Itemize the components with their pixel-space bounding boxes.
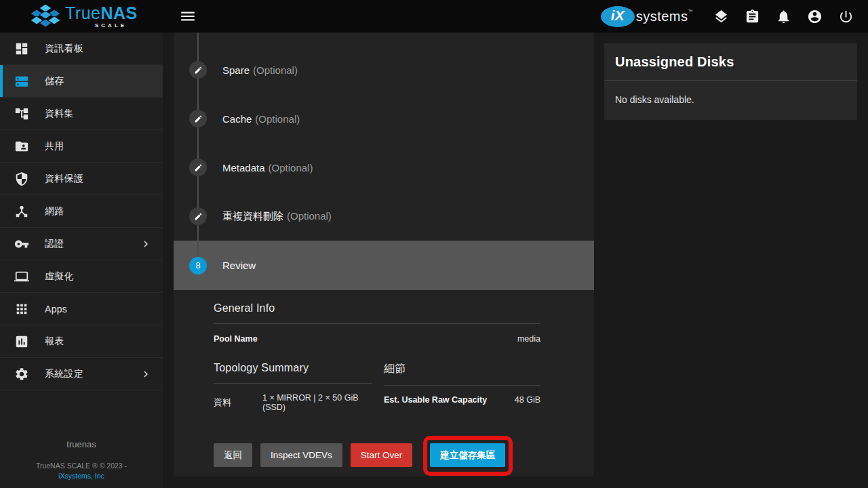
pool-name-value: media xyxy=(517,334,540,344)
details-title: 細節 xyxy=(384,362,540,376)
truecommand-icon[interactable] xyxy=(707,3,734,30)
inspect-vdevs-button[interactable]: Inspect VDEVs xyxy=(260,443,342,467)
sidebar-item-label: 報表 xyxy=(45,336,64,348)
data-vdev-value: 1 × MIRROR | 2 × 50 GiB (SSD) xyxy=(262,393,372,412)
topology-summary-title: Topology Summary xyxy=(214,362,372,374)
step-label: Cache(Optional) xyxy=(222,113,300,125)
sidebar-item-label: 資料集 xyxy=(45,108,74,120)
sidebar-item-storage[interactable]: 儲存 xyxy=(0,65,163,98)
edit-pencil-icon xyxy=(189,61,207,79)
divider xyxy=(214,383,372,384)
unassigned-disks-title: Unassigned Disks xyxy=(615,54,734,69)
step-label: Review xyxy=(222,260,256,271)
edit-pencil-icon xyxy=(189,159,207,176)
capacity-value: 48 GiB xyxy=(515,395,540,405)
shares-folder-icon xyxy=(14,138,30,155)
ixsystems-link[interactable]: iXsystems, Inc xyxy=(0,472,163,480)
network-icon xyxy=(14,203,30,220)
sidebar-item-reporting[interactable]: 報表 xyxy=(0,325,163,358)
pool-name-label: Pool Name xyxy=(214,334,258,344)
main-content: Spare(Optional) Cache(Optional) Metadata… xyxy=(163,33,868,488)
hostname: truenas xyxy=(0,439,163,449)
sidebar-item-label: 資料保護 xyxy=(45,173,83,185)
sidebar-item-label: 系統設定 xyxy=(45,368,83,380)
edit-pencil-icon xyxy=(189,110,207,127)
sidebar-item-virtualization[interactable]: 虛擬化 xyxy=(0,260,163,293)
wizard-step-metadata[interactable]: Metadata(Optional) xyxy=(174,143,594,192)
account-icon[interactable] xyxy=(801,3,828,30)
alerts-bell-icon[interactable] xyxy=(770,3,797,30)
wizard-step-spare[interactable]: Spare(Optional) xyxy=(174,45,594,94)
wizard-step-review[interactable]: 8 Review xyxy=(174,241,594,290)
card-header: Unassigned Disks xyxy=(604,43,857,81)
edit-pencil-icon xyxy=(189,207,207,225)
review-section: General Info Pool Name media Topology Su… xyxy=(174,290,594,467)
copyright-text: TrueNAS SCALE ® © 2023 - xyxy=(0,461,163,472)
step-label: Spare(Optional) xyxy=(222,64,298,76)
capacity-label: Est. Usable Raw Capacity xyxy=(384,395,487,405)
laptop-icon xyxy=(14,268,30,285)
brand-name: TrueNAS xyxy=(65,5,138,22)
shield-icon xyxy=(14,171,30,187)
sidebar-item-datasets[interactable]: 資料集 xyxy=(0,98,163,130)
sidebar-item-dashboard[interactable]: 資訊看板 xyxy=(0,33,163,65)
chevron-right-icon xyxy=(140,238,152,250)
card-body: No disks available. xyxy=(604,81,857,120)
ixsystems-logo: iX systems™ xyxy=(601,6,693,27)
reports-chart-icon xyxy=(14,333,30,350)
key-icon xyxy=(14,236,30,252)
wizard-buttons: 返回 Inspect VDEVs Start Over 建立儲存集區 xyxy=(214,443,540,467)
back-button[interactable]: 返回 xyxy=(214,443,252,467)
sidebar-item-network[interactable]: 網路 xyxy=(0,195,163,228)
sidebar-item-data-protection[interactable]: 資料保護 xyxy=(0,163,163,195)
sidebar-item-credentials[interactable]: 認證 xyxy=(0,228,163,260)
menu-icon[interactable] xyxy=(178,7,197,25)
datasets-tree-icon xyxy=(14,106,30,122)
wizard-step-cache[interactable]: Cache(Optional) xyxy=(174,94,594,143)
start-over-button[interactable]: Start Over xyxy=(351,443,413,467)
brand-subtitle: SCALE xyxy=(95,23,127,28)
dashboard-icon xyxy=(14,41,30,57)
sidebar-item-label: 虛擬化 xyxy=(45,270,74,283)
sidebar-item-apps[interactable]: Apps xyxy=(0,293,163,325)
ixsystems-wordmark: systems™ xyxy=(636,9,693,24)
step-number-badge: 8 xyxy=(189,257,207,274)
sidebar-item-label: 儲存 xyxy=(45,75,64,87)
sidebar-item-shares[interactable]: 共用 xyxy=(0,130,163,163)
sidebar-item-label: 資訊看板 xyxy=(45,43,83,55)
sidebar-item-label: 認證 xyxy=(45,238,64,250)
sidebar-item-label: 網路 xyxy=(45,205,64,218)
power-icon[interactable] xyxy=(832,3,859,30)
unassigned-disks-card: Unassigned Disks No disks available. xyxy=(604,43,857,120)
sidebar: 資訊看板 儲存 資料集 共用 資料保護 網路 認證 虛擬化 Apps 報表 xyxy=(0,33,163,488)
wizard-step-dedup[interactable]: 重複資料刪除(Optional) xyxy=(174,192,594,241)
chevron-right-icon xyxy=(140,368,152,380)
divider xyxy=(214,323,540,324)
data-vdev-label: 資料 xyxy=(214,396,262,409)
create-pool-button[interactable]: 建立儲存集區 xyxy=(430,443,505,467)
pool-wizard-panel: Spare(Optional) Cache(Optional) Metadata… xyxy=(174,33,594,476)
ix-oval-badge: iX xyxy=(601,6,635,27)
gear-icon xyxy=(14,366,30,382)
topbar: TrueNAS SCALE iX systems™ xyxy=(0,0,868,33)
general-info-title: General Info xyxy=(214,302,540,314)
sidebar-item-label: Apps xyxy=(45,304,67,314)
storage-icon xyxy=(14,73,30,89)
step-label: Metadata(Optional) xyxy=(222,162,313,174)
truenas-logo[interactable]: TrueNAS SCALE xyxy=(31,0,138,33)
apps-grid-icon xyxy=(14,301,30,317)
sidebar-footer: truenas TrueNAS SCALE ® © 2023 - iXsyste… xyxy=(0,439,163,480)
divider xyxy=(384,385,540,386)
step-label: 重複資料刪除(Optional) xyxy=(222,210,332,223)
no-disks-message: No disks available. xyxy=(615,94,694,105)
sidebar-item-system-settings[interactable]: 系統設定 xyxy=(0,358,163,390)
truenas-cube-icon xyxy=(31,3,60,30)
jobs-clipboard-icon[interactable] xyxy=(738,3,766,30)
sidebar-item-label: 共用 xyxy=(45,140,64,152)
